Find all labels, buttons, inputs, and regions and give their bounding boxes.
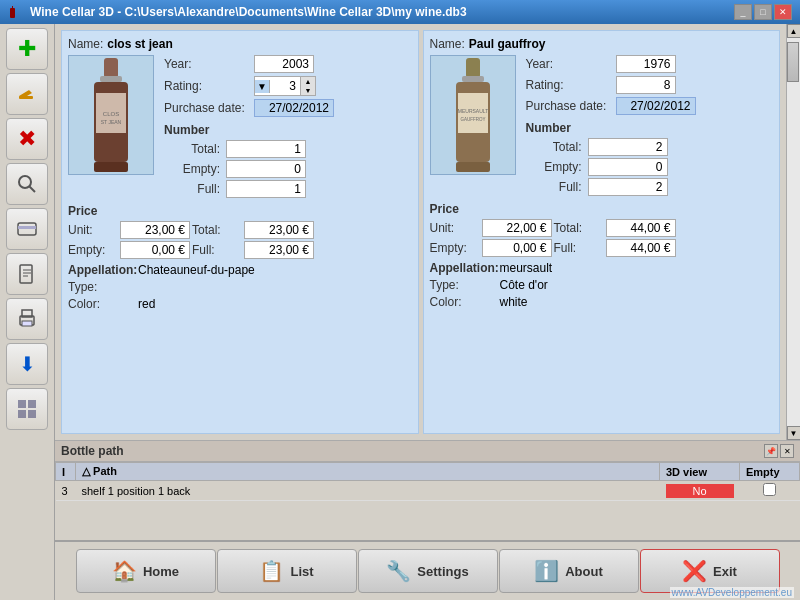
price-full-2: 44,00 € [606, 239, 676, 257]
info-icon: ℹ️ [534, 559, 559, 583]
wine-card-1: Name: clos st jean CLOS [61, 30, 419, 434]
rating-row-1: Rating: ▼ 3 ▲ ▼ [164, 76, 412, 96]
price-full-1: 23,00 € [244, 241, 314, 259]
close-button[interactable]: ✕ [774, 4, 792, 20]
number-section-1: Number Total: 1 Empty: 0 Full: 1 [164, 123, 412, 198]
rating-value-2: 8 [616, 76, 676, 94]
bp-pin-button[interactable]: 📌 [764, 444, 778, 458]
type-label-2: Type: [430, 278, 500, 292]
price-total-1: 23,00 € [244, 221, 314, 239]
col-path: △ Path [76, 463, 660, 481]
grid-button[interactable] [6, 388, 48, 430]
empty-label-2: Empty: [536, 160, 586, 174]
print-button[interactable] [6, 298, 48, 340]
wine-cards-area: Name: clos st jean CLOS [55, 24, 786, 440]
svg-rect-14 [22, 321, 32, 326]
appellation-value-1: Chateauneuf-du-pape [138, 263, 255, 277]
row-view: No [660, 481, 740, 501]
svg-text:ST JEAN: ST JEAN [101, 119, 122, 125]
empty-checkbox[interactable] [763, 483, 776, 496]
bottle-path-table: I △ Path 3D view Empty 3 shelf 1 positio… [55, 462, 800, 501]
price-section-2: Price Unit: 22,00 € Total: 44,00 € Empty… [430, 202, 774, 257]
name-label-1: Name: [68, 37, 103, 51]
scroll-down[interactable]: ▼ [787, 426, 801, 440]
row-i: 3 [56, 481, 76, 501]
window-title: Wine Cellar 3D - C:\Users\Alexandre\Docu… [30, 5, 467, 19]
maximize-button[interactable]: □ [754, 4, 772, 20]
svg-rect-0 [10, 8, 15, 18]
appellation-label-1: Appellation: [68, 263, 138, 277]
svg-rect-26 [466, 58, 480, 78]
scroll-up[interactable]: ▲ [787, 24, 801, 38]
watermark: www.AVDeveloppement.eu [670, 587, 794, 598]
edit-button[interactable] [6, 73, 48, 115]
svg-rect-18 [28, 410, 36, 418]
download-button[interactable]: ⬇ [6, 343, 48, 385]
document-button[interactable] [6, 253, 48, 295]
purchase-value-1: 27/02/2012 [254, 99, 334, 117]
price-total-2: 44,00 € [606, 219, 676, 237]
number-section-2: Number Total: 2 Empty: 0 Full: 2 [526, 121, 774, 196]
delete-button[interactable]: ✖ [6, 118, 48, 160]
window-controls: _ □ ✕ [734, 4, 792, 20]
svg-line-5 [29, 186, 35, 192]
bottle-path-panel: Bottle path 📌 ✕ I △ Path 3D view Empty [55, 440, 800, 540]
home-button[interactable]: 🏠 Home [76, 549, 216, 593]
rating-label-2: Rating: [526, 78, 616, 92]
svg-rect-7 [18, 226, 36, 229]
col-i: I [56, 463, 76, 481]
price-unit-1: 23,00 € [120, 221, 190, 239]
year-label-2: Year: [526, 57, 616, 71]
appellation-value-2: meursault [500, 261, 553, 275]
rating-up-1[interactable]: ▲ [301, 77, 315, 86]
color-label-2: Color: [430, 295, 500, 309]
card-button[interactable] [6, 208, 48, 250]
row-path: shelf 1 position 1 back [76, 481, 660, 501]
svg-rect-17 [18, 410, 26, 418]
scrollbar: ▲ ▼ [786, 24, 800, 440]
rating-input-1[interactable]: ▼ 3 ▲ ▼ [254, 76, 316, 96]
purchase-label-1: Purchase date: [164, 101, 254, 115]
color-value-1: red [138, 297, 155, 311]
rating-dropdown-1[interactable]: ▼ [255, 80, 270, 93]
price-title-1: Price [68, 204, 412, 218]
full-value-2: 2 [588, 178, 668, 196]
scroll-thumb[interactable] [787, 42, 799, 82]
about-button[interactable]: ℹ️ About [499, 549, 639, 593]
svg-text:GAUFFROY: GAUFFROY [460, 117, 485, 122]
purchase-value-2: 27/02/2012 [616, 97, 696, 115]
row-empty[interactable] [740, 481, 800, 501]
total-value-2: 2 [588, 138, 668, 156]
bottom-nav: 🏠 Home 📋 List 🔧 Settings ℹ️ About ❌ Exit… [55, 540, 800, 600]
add-button[interactable]: ✚ [6, 28, 48, 70]
svg-rect-25 [94, 162, 128, 172]
settings-button[interactable]: 🔧 Settings [358, 549, 498, 593]
purchase-label-2: Purchase date: [526, 99, 616, 113]
rating-down-1[interactable]: ▼ [301, 86, 315, 95]
view-no-badge: No [666, 484, 734, 498]
name-value-2: Paul gauffroy [469, 37, 546, 51]
minimize-button[interactable]: _ [734, 4, 752, 20]
total-label-1: Total: [174, 142, 224, 156]
app-icon [8, 4, 24, 20]
type-value-2: Côte d'or [500, 278, 548, 292]
scroll-track[interactable] [787, 38, 800, 426]
exit-icon: ❌ [682, 559, 707, 583]
exit-label: Exit [713, 564, 737, 579]
about-label: About [565, 564, 603, 579]
search-button[interactable] [6, 163, 48, 205]
wine-image-1: CLOS ST JEAN [68, 55, 154, 175]
name-value-1: clos st jean [107, 37, 172, 51]
empty-value-1: 0 [226, 160, 306, 178]
rating-number-1: 3 [270, 78, 300, 94]
toolbar: ✚ ✖ ⬇ [0, 24, 55, 600]
price-title-2: Price [430, 202, 774, 216]
total-label-2: Total: [536, 140, 586, 154]
list-button[interactable]: 📋 List [217, 549, 357, 593]
price-section-1: Price Unit: 23,00 € Total: 23,00 € Empty… [68, 204, 412, 259]
full-value-1: 1 [226, 180, 306, 198]
list-label: List [290, 564, 313, 579]
total-value-1: 1 [226, 140, 306, 158]
year-value-2: 1976 [616, 55, 676, 73]
bp-close-button[interactable]: ✕ [780, 444, 794, 458]
